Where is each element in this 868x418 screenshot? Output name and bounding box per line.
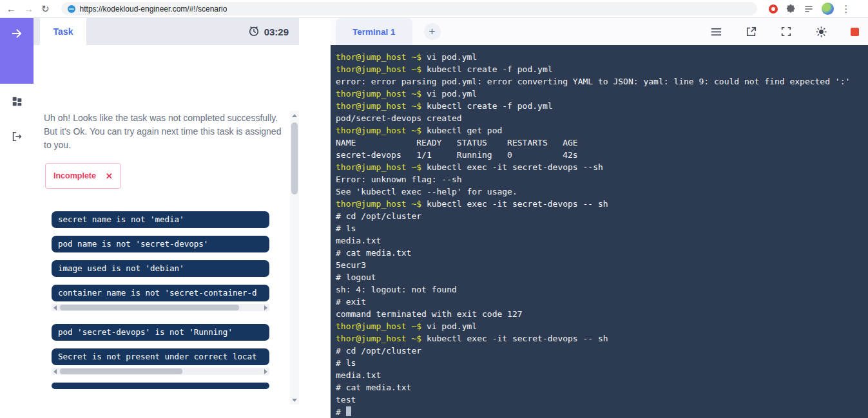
terminal-output-text: pod/secret-devops created [336,113,462,123]
terminal-output-text: error: error parsing pod.yml: error conv… [336,77,850,86]
scroll-thumb[interactable] [60,305,239,310]
terminal-prompt: thor@jump_host [336,126,407,135]
terminal-output-text: 5ecur3 [336,260,366,270]
terminal-line: # logout [336,271,863,283]
browser-toolbar: ← → ↻ https://kodekloud-engineer.com/#!/… [0,0,868,18]
browser-menu-icon[interactable]: ⋮ [842,3,851,15]
terminal-line: # cd /opt/cluster [336,345,863,357]
terminal-line: NAME READY STATUS RESTARTS AGE [336,137,863,149]
scroll-down-icon[interactable] [290,395,299,404]
terminal-output-text: command terminated with exit code 127 [336,309,523,319]
check-horizontal-scrollbar[interactable] [52,304,269,311]
terminal-line: # ls [336,357,863,369]
vertical-scrollbar[interactable] [290,111,299,404]
terminal-output-text: # ls [336,358,356,368]
scroll-track[interactable] [59,368,262,375]
hamburger-menu-icon[interactable] [710,26,722,38]
check-item: pod 'secret-devops' is not 'Running' [52,324,269,341]
arrow-right-icon [10,27,23,43]
scroll-left-icon[interactable] [52,304,59,311]
terminal-line: # cat media.txt [336,381,863,394]
terminal-line: thor@jump_host ~$ kubectl get pod [336,124,863,137]
terminal-prompt-symbol: ~$ [407,334,427,343]
terminal-line: thor@jump_host ~$ kubectl exec -it secre… [336,161,863,173]
terminal-line: 5ecur3 [336,259,863,271]
terminal-line: pod/secret-devops created [336,112,863,124]
scroll-thumb[interactable] [291,122,298,195]
terminal-line: See 'kubectl exec --help' for usage. [336,185,863,198]
terminal-prompt-symbol: ~$ [407,162,427,172]
scroll-thumb[interactable] [60,368,182,374]
terminal-output-text: media.txt [336,370,381,380]
terminal-output-text: # exit [336,297,366,307]
task-message: Uh oh! Looks like the task was not compl… [44,111,284,152]
site-info-icon[interactable] [68,5,75,13]
record-stop-icon[interactable] [851,28,859,36]
dashboard-grid-icon[interactable] [0,92,34,110]
terminal-prompt-symbol: ~$ [407,101,427,111]
profile-avatar[interactable] [822,3,834,15]
check-horizontal-scrollbar[interactable] [52,368,269,375]
terminal-line: # cat media.txt [336,247,863,259]
terminal-prompt-symbol: ~$ [407,126,427,135]
brightness-sun-icon[interactable] [815,26,827,38]
terminal-output-text: Error: unknown flag: --sh [336,175,462,184]
forward-icon[interactable]: → [24,4,34,14]
app-sidebar [0,18,34,418]
terminal-prompt: thor@jump_host [336,199,407,209]
terminal-command-text: vi pod.yml [427,89,477,99]
check-item: pod name is not 'secret-devops' [52,236,269,252]
terminal-prompt: thor@jump_host [336,162,407,172]
back-icon[interactable]: ← [6,4,16,14]
terminal-output-text: # cd /opt/cluster [336,346,421,356]
terminal-command-text: kubectl exec -it secret-devops --sh [427,162,603,172]
timer-value: 03:29 [264,26,289,37]
tab-task[interactable]: Task [40,18,86,45]
scroll-left-icon[interactable] [52,368,59,375]
terminal-prompt-symbol: ~$ [407,199,427,209]
terminal-prompt-symbol: ~$ [407,321,427,331]
task-content: Uh oh! Looks like the task was not compl… [34,45,299,418]
extensions-puzzle-icon[interactable] [786,4,796,14]
browser-window: ← → ↻ https://kodekloud-engineer.com/#!/… [0,0,868,418]
terminal-line: thor@jump_host ~$ kubectl create -f pod.… [336,100,863,112]
check-item: image used is not 'debian' [52,260,269,277]
check-item-partial [52,383,269,389]
terminal-line: secret-devops 1/1 Running 0 42s [336,149,863,161]
terminal-prompt: thor@jump_host [336,334,407,343]
terminal-prompt-symbol: ~$ [407,89,427,99]
fullscreen-icon[interactable] [780,26,792,37]
sidebar-expand-button[interactable] [0,18,34,84]
scroll-right-icon[interactable] [262,368,269,375]
side-panel-icon[interactable] [804,4,814,14]
app-main: Task 03:29 Uh oh! Looks like the task wa… [0,18,868,418]
reload-icon[interactable]: ↻ [41,4,50,14]
terminal-line: thor@jump_host ~$ vi pod.yml [336,51,863,63]
task-panel: Task 03:29 Uh oh! Looks like the task wa… [34,18,299,418]
terminal-output-text: # cat media.txt [336,248,411,258]
terminal-line: test [336,394,863,406]
terminal-line: command terminated with exit code 127 [336,308,863,320]
badge-close-icon[interactable]: ✕ [106,171,113,181]
address-bar[interactable]: https://kodekloud-engineer.com/#!/scenar… [61,2,757,15]
logout-icon[interactable] [0,128,34,146]
scroll-right-icon[interactable] [262,304,269,311]
open-external-icon[interactable] [746,26,757,37]
terminal-command-text: kubectl create -f pod.yml [427,101,553,111]
scroll-up-icon[interactable] [290,111,299,120]
add-terminal-button[interactable]: + [424,23,441,40]
check-item: secret name is not 'media' [52,211,269,228]
extension-red-icon[interactable] [769,5,778,14]
terminal-output[interactable]: thor@jump_host ~$ vi pod.ymlthor@jump_ho… [331,45,868,418]
terminal-line: # exit [336,296,863,308]
tab-terminal-1[interactable]: Terminal 1 [336,18,412,45]
scroll-track[interactable] [59,304,262,311]
url-text: https://kodekloud-engineer.com/#!/scenar… [80,5,227,14]
status-badge: Incomplete ✕ [45,163,121,189]
terminal-line: # cd /opt/cluster [336,210,863,222]
tab-task-label: Task [53,26,73,37]
terminal-command-text: kubectl exec -it secret-devops -- sh [427,334,608,343]
terminal-command-text: kubectl create -f pod.yml [427,64,553,74]
status-badge-label: Incomplete [53,171,96,180]
terminal-prompt: thor@jump_host [336,89,407,99]
